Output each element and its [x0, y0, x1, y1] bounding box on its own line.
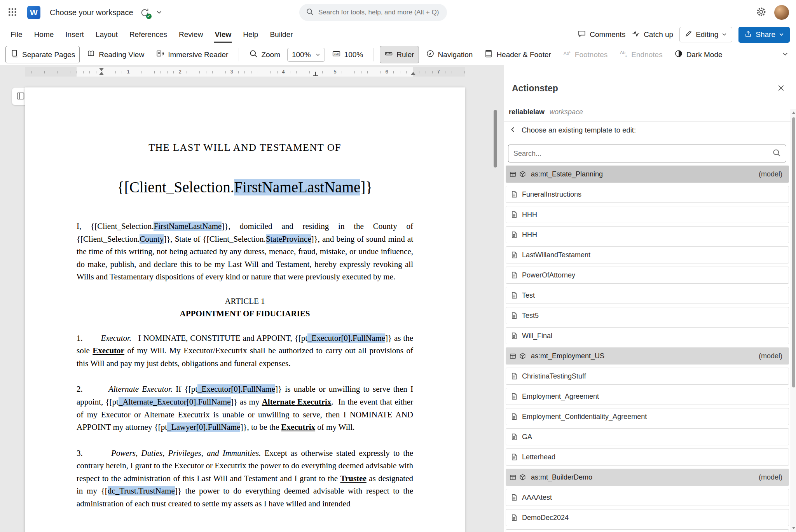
- model-row[interactable]: as:mt_Estate_Planning(model): [506, 166, 789, 183]
- template-label: FuneralInstructions: [522, 190, 581, 199]
- text-run: ]} as my: [231, 397, 262, 406]
- share-button[interactable]: Share: [738, 27, 790, 43]
- panel-header: Actionstep: [512, 83, 785, 94]
- tab-file[interactable]: File: [5, 25, 28, 44]
- template-row[interactable]: ChristinaTestingStuff: [506, 368, 789, 385]
- model-badge: (model): [759, 170, 786, 178]
- first-line-indent-marker[interactable]: [99, 68, 104, 71]
- ribbon-divider: [239, 48, 239, 61]
- document-article-heading-block: ARTICLE 1 APPOINTMENT OF FIDUCIARIES: [77, 295, 413, 320]
- ribbon-collapse-button[interactable]: [782, 51, 788, 58]
- avatar[interactable]: [774, 5, 789, 20]
- search-icon: [773, 149, 781, 159]
- dark-mode-button[interactable]: Dark Mode: [670, 46, 727, 63]
- editing-mode-button[interactable]: Editing: [679, 27, 732, 42]
- text-run: Alternate Executrix: [262, 397, 332, 406]
- template-row[interactable]: Employment_Confidentiality_Agreement: [506, 408, 789, 425]
- header-footer-button[interactable]: Header & Footer: [480, 46, 555, 63]
- ruler-toggle-button[interactable]: Ruler: [380, 46, 419, 63]
- panel-close-button[interactable]: [777, 84, 785, 93]
- tab-insert[interactable]: Insert: [59, 25, 90, 44]
- ruler-inch-label: 6: [385, 69, 388, 75]
- template-row[interactable]: FuneralInstructions: [506, 186, 789, 203]
- workspace-name: reliablelaw: [509, 108, 545, 116]
- text-run: Executor: [93, 346, 124, 355]
- template-row[interactable]: LastWillandTestament: [506, 246, 789, 263]
- template-row[interactable]: Test: [506, 287, 789, 304]
- document-icon: [510, 494, 518, 501]
- settings-gear-icon: [756, 7, 766, 18]
- document-icon: [510, 514, 518, 522]
- svg-text:100: 100: [334, 52, 339, 56]
- template-search-box[interactable]: [508, 145, 786, 162]
- template-row[interactable]: Letterhead: [506, 448, 789, 466]
- tab-layout[interactable]: Layout: [90, 25, 124, 44]
- template-label: HHH: [522, 231, 537, 239]
- panel-scrollbar[interactable]: [791, 109, 796, 532]
- scrollbar-up-arrow[interactable]: [792, 112, 795, 114]
- template-row[interactable]: Employment_Agreement: [506, 388, 789, 405]
- template-label: PowerOfAttorney: [522, 271, 575, 279]
- model-label: as:mt_Employment_US: [531, 352, 604, 360]
- template-label: AAAAtest: [522, 494, 552, 502]
- document-icon: [510, 332, 518, 340]
- right-indent-marker[interactable]: [411, 72, 415, 75]
- zoom-100-button[interactable]: 100 100%: [327, 46, 368, 64]
- document-icon: [510, 372, 518, 380]
- text-run: 1.: [77, 333, 101, 343]
- svg-text:Ab: Ab: [564, 51, 569, 56]
- text-run: Trustee: [340, 474, 366, 483]
- footnotes-button: Ab1 Footnotes: [558, 46, 613, 63]
- immersive-reader-icon: [156, 49, 164, 60]
- tab-help[interactable]: Help: [237, 25, 264, 44]
- document-clause-1: 1. Executor. I NOMINATE, CONSTITUTE and …: [77, 332, 413, 370]
- zoom-value-dropdown[interactable]: 100%: [287, 48, 325, 62]
- model-row[interactable]: as:mt_BuilderDemo(model): [506, 469, 789, 486]
- app-launcher-button[interactable]: [4, 4, 21, 21]
- chevron-down-icon: [316, 51, 320, 59]
- comments-button[interactable]: Comments: [578, 30, 625, 40]
- tab-stop-marker[interactable]: [313, 72, 318, 76]
- document-icon: [510, 433, 518, 441]
- tab-references[interactable]: References: [124, 25, 173, 44]
- template-row[interactable]: PowerOfAttorney: [506, 267, 789, 284]
- template-row[interactable]: Test5: [506, 307, 789, 324]
- template-row[interactable]: DemoTemplate1: [506, 529, 789, 532]
- back-button[interactable]: [510, 126, 516, 134]
- template-label: Test: [522, 291, 535, 300]
- reading-view-button[interactable]: Reading View: [82, 46, 149, 63]
- document-page[interactable]: THE LAST WILL AND TESTAMENT OF {[Client_…: [25, 87, 465, 532]
- zoom-button[interactable]: Zoom: [245, 46, 285, 63]
- reading-view-icon: [87, 49, 95, 60]
- separate-pages-button[interactable]: Separate Pages: [5, 46, 80, 63]
- panel-subtitle-row: Choose an existing template to edit:: [504, 121, 791, 139]
- document-icon: [510, 190, 518, 198]
- left-indent-marker[interactable]: [99, 72, 104, 75]
- scrollbar-down-arrow[interactable]: [792, 527, 795, 529]
- catch-up-button[interactable]: Catch up: [632, 30, 673, 40]
- template-row[interactable]: HHH: [506, 206, 789, 223]
- tab-view[interactable]: View: [209, 25, 237, 44]
- tab-builder[interactable]: Builder: [264, 25, 298, 44]
- template-row[interactable]: DemoDec2024: [506, 509, 789, 526]
- search-input[interactable]: [318, 9, 440, 16]
- navigation-button[interactable]: Navigation: [421, 46, 478, 63]
- template-row[interactable]: HHH: [506, 226, 789, 243]
- immersive-reader-button[interactable]: Immersive Reader: [151, 46, 233, 63]
- close-icon: [777, 84, 785, 93]
- settings-button[interactable]: [756, 7, 766, 18]
- global-search[interactable]: [299, 4, 447, 21]
- model-row[interactable]: as:mt_Employment_US(model): [506, 347, 789, 365]
- template-row[interactable]: Will_Final: [506, 327, 789, 344]
- svg-text:1: 1: [625, 54, 627, 58]
- workspace-picker[interactable]: Choose your workspace ✓: [50, 7, 162, 18]
- template-row[interactable]: GA: [506, 428, 789, 445]
- document-scrollbar-thumb[interactable]: [494, 110, 497, 167]
- panel-scrollbar-thumb[interactable]: [792, 117, 795, 387]
- topbar: W Choose your workspace ✓: [0, 0, 796, 25]
- tab-review[interactable]: Review: [173, 25, 209, 44]
- tab-home[interactable]: Home: [28, 25, 60, 44]
- template-search-input[interactable]: [513, 150, 773, 158]
- template-row[interactable]: AAAAtest: [506, 489, 789, 506]
- menubar: File Home Insert Layout References Revie…: [0, 25, 796, 44]
